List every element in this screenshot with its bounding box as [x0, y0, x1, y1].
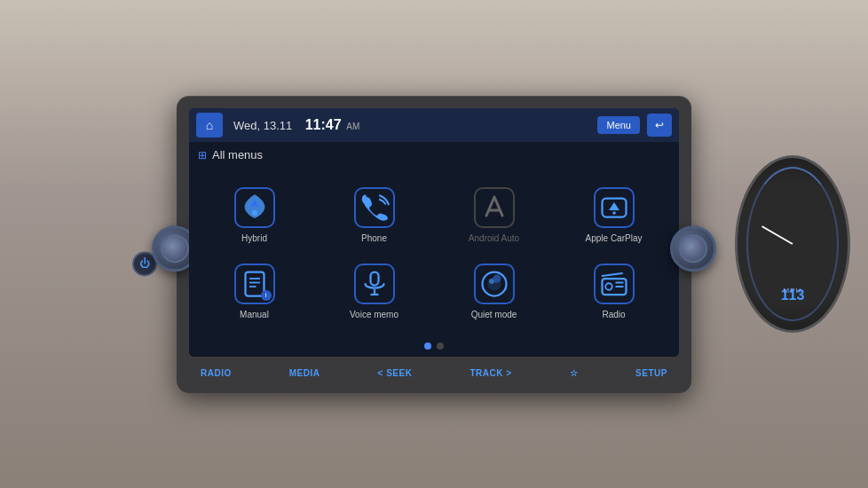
quiet-mode-icon — [476, 265, 513, 303]
date-time-display: Wed, 13.11 11:47 AM — [230, 117, 590, 133]
page-dots — [189, 339, 679, 357]
screen-header: ⌂ Wed, 13.11 11:47 AM Menu ↩ — [189, 108, 679, 142]
media-control-button[interactable]: MEDIA — [281, 364, 328, 382]
infotainment-unit: ⏻ ⌂ Wed, 13.11 11:47 AM Menu ↩ — [177, 96, 691, 393]
radio-control-button[interactable]: RADIO — [193, 364, 240, 382]
control-bar: RADIO MEDIA < SEEK TRACK > ☆ SETUP — [189, 357, 679, 384]
quiet-mode-icon-wrap — [474, 264, 515, 304]
home-icon: ⌂ — [206, 118, 213, 132]
ampm-text: AM — [346, 122, 359, 131]
left-knob-inner — [161, 234, 189, 263]
svg-point-3 — [612, 211, 616, 215]
app-item-android-auto[interactable]: Android Auto — [434, 177, 554, 254]
app-item-voice-memo[interactable]: Voice memo — [314, 254, 434, 330]
back-button[interactable]: ↩ — [647, 114, 672, 137]
grid-icon: ⊞ — [198, 149, 207, 161]
app-item-radio[interactable]: Radio — [554, 254, 674, 330]
cluster-inner: 113 MPH — [738, 158, 848, 330]
phone-icon-wrap — [354, 187, 395, 228]
radio-icon — [596, 265, 633, 303]
hybrid-icon-wrap — [234, 187, 275, 228]
apps-grid: Hybrid Phone — [189, 169, 679, 339]
app-item-carplay[interactable]: Apple CarPlay — [554, 177, 674, 254]
carplay-label: Apple CarPlay — [586, 233, 643, 244]
svg-point-0 — [252, 210, 257, 216]
android-auto-label: Android Auto — [469, 233, 519, 244]
hybrid-label: Hybrid — [241, 233, 267, 244]
manual-icon-wrap: i — [234, 264, 275, 304]
track-forward-button[interactable]: TRACK > — [462, 364, 519, 382]
seek-back-button[interactable]: < SEEK — [370, 364, 421, 382]
right-knob[interactable] — [670, 225, 716, 272]
all-menus-label: All menus — [212, 148, 263, 161]
app-item-phone[interactable]: Phone — [314, 177, 434, 254]
favorite-button[interactable]: ☆ — [562, 364, 587, 382]
voice-memo-icon — [356, 265, 393, 303]
app-item-manual[interactable]: i Manual — [194, 254, 314, 330]
radio-label: Radio — [602, 310, 625, 320]
instrument-cluster: 113 MPH — [735, 155, 850, 333]
android-auto-icon-wrap — [474, 187, 515, 228]
voice-memo-label: Voice memo — [350, 310, 398, 320]
manual-info-badge: i — [261, 290, 272, 301]
setup-button[interactable]: SETUP — [627, 364, 675, 382]
radio-icon-wrap — [594, 264, 635, 304]
page-dot-1 — [424, 342, 431, 350]
android-auto-icon — [476, 189, 513, 226]
date-text: Wed, 13.11 — [233, 119, 292, 132]
carplay-icon — [596, 189, 633, 226]
svg-line-19 — [602, 273, 622, 276]
screen-subheader: ⊞ All menus — [189, 142, 679, 169]
phone-icon — [356, 189, 393, 226]
menu-button[interactable]: Menu — [597, 116, 640, 134]
svg-rect-8 — [370, 272, 378, 285]
car-dashboard: ⏻ ⌂ Wed, 13.11 11:47 AM Menu ↩ — [0, 0, 868, 488]
right-knob-container — [670, 225, 716, 272]
svg-point-16 — [605, 283, 612, 290]
svg-marker-2 — [609, 202, 619, 210]
time-text: 11:47 — [305, 117, 342, 132]
home-button[interactable]: ⌂ — [196, 113, 223, 138]
infotainment-screen: ⌂ Wed, 13.11 11:47 AM Menu ↩ ⊞ All menus — [189, 108, 679, 357]
speed-unit: MPH — [738, 287, 848, 295]
phone-label: Phone — [361, 233, 387, 244]
voice-memo-icon-wrap — [354, 264, 395, 304]
app-item-hybrid[interactable]: Hybrid — [194, 177, 314, 254]
page-dot-2 — [437, 342, 444, 350]
app-item-quiet-mode[interactable]: Quiet mode — [434, 254, 554, 330]
screen-content: Hybrid Phone — [189, 169, 679, 357]
svg-point-14 — [493, 274, 501, 282]
quiet-mode-label: Quiet mode — [471, 310, 517, 320]
manual-label: Manual — [240, 310, 269, 320]
right-knob-inner — [679, 234, 707, 263]
carplay-icon-wrap — [594, 187, 635, 228]
hybrid-icon — [236, 189, 273, 226]
